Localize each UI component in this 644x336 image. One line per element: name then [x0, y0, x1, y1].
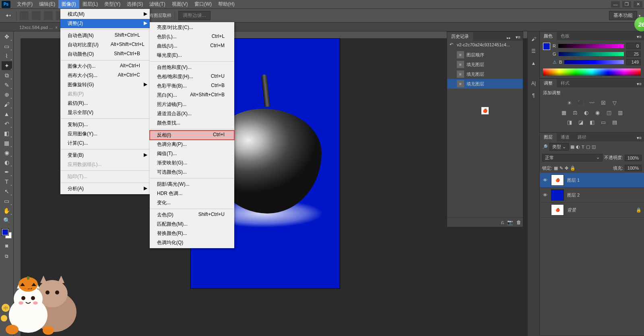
mi-calculations[interactable]: 计算(C)...	[60, 139, 150, 148]
layer-name[interactable]: 图层 1	[567, 177, 642, 183]
foreground-color[interactable]	[2, 229, 8, 235]
mi-trim[interactable]: 裁切(R)...	[60, 99, 150, 108]
mi-color-balance[interactable]: 色彩平衡(B)...Ctrl+B	[150, 81, 234, 91]
trash-icon[interactable]: 🗑	[516, 220, 521, 225]
selection-new-icon[interactable]	[20, 11, 29, 20]
menu-image[interactable]: 图像(I)	[58, 0, 79, 8]
workspace-switcher[interactable]: 基本功能	[609, 11, 637, 20]
move-tool[interactable]: ✥	[2, 32, 12, 41]
zoom-tool[interactable]: 🔍	[2, 216, 12, 225]
brush-tool[interactable]: 🖌	[2, 100, 12, 109]
history-state[interactable]: ≡填充图层	[447, 60, 523, 69]
mi-shadows-highlights[interactable]: 阴影/高光(W)...	[150, 180, 234, 189]
styles-tab[interactable]: 样式	[557, 79, 574, 87]
pen-tool[interactable]: ✒	[2, 168, 12, 176]
marquee-tool[interactable]: ▭	[2, 42, 12, 51]
panel-menu-icon[interactable]: ▾≡	[634, 135, 644, 141]
menu-layer[interactable]: 图层(L)	[79, 0, 101, 8]
healing-tool[interactable]: ⊕	[2, 90, 12, 99]
panel-collapse-icon[interactable]: ▸▸	[504, 35, 513, 41]
dodge-tool[interactable]: ◐	[2, 158, 12, 167]
filter-shape-icon[interactable]: ▢	[586, 144, 590, 149]
color-lookup-icon[interactable]: ▥	[616, 109, 624, 116]
history-brush-tool[interactable]: ↶	[2, 119, 12, 128]
blend-mode[interactable]: 正常⌄	[542, 154, 603, 162]
menu-filter[interactable]: 滤镜(T)	[146, 0, 168, 8]
history-state[interactable]: ≡填充图层	[447, 69, 523, 79]
mi-apply-image[interactable]: 应用图像(Y)...	[60, 129, 150, 139]
mi-replace-color[interactable]: 替换颜色(R)...	[150, 229, 234, 238]
mi-channel-mixer[interactable]: 通道混合器(X)...	[150, 109, 234, 118]
mi-adjustments[interactable]: 调整(J)▶	[60, 19, 150, 28]
panel-menu-icon[interactable]: ▾≡	[513, 34, 523, 41]
snapshot-icon[interactable]: 📷	[507, 220, 513, 225]
exposure-icon[interactable]: ☒	[599, 99, 607, 106]
mi-exposure[interactable]: 曝光度(E)...	[150, 51, 234, 60]
layer-row[interactable]: 👁 图层 2	[540, 188, 644, 203]
mi-equalize[interactable]: 色调均化(Q)	[150, 238, 234, 247]
current-tool-icon[interactable]: ✦▾	[3, 11, 13, 21]
selection-sub-icon[interactable]	[44, 11, 53, 20]
history-state[interactable]: ≡填充图层	[447, 79, 523, 89]
mi-desaturate[interactable]: 去色(D)Shift+Ctrl+U	[150, 210, 234, 220]
eyedropper-tool[interactable]: ✎	[2, 81, 12, 89]
mi-variations[interactable]: 变化...	[150, 198, 234, 207]
curves-icon[interactable]: 〰	[588, 99, 596, 106]
menu-help[interactable]: 帮助(H)	[215, 0, 238, 8]
new-doc-from-state-icon[interactable]: ⎌	[501, 220, 504, 225]
close-tab-icon[interactable]: ×	[55, 25, 58, 30]
lasso-tool[interactable]: ⌇	[2, 52, 12, 60]
color-tab[interactable]: 颜色	[540, 32, 557, 40]
character-icon[interactable]: A|	[529, 79, 538, 88]
levels-icon[interactable]: ⬛	[577, 99, 585, 106]
mi-match-color[interactable]: 匹配颜色(M)...	[150, 220, 234, 229]
lock-position-icon[interactable]: ✎	[559, 166, 563, 171]
photo-filter-icon[interactable]: ◉	[594, 109, 602, 116]
mi-threshold[interactable]: 阈值(T)...	[150, 149, 234, 158]
mi-gradient-map[interactable]: 渐变映射(G)...	[150, 158, 234, 168]
lock-all-icon[interactable]: 🔒	[570, 166, 576, 171]
visibility-icon[interactable]: 👁	[542, 193, 548, 197]
b-slider[interactable]	[564, 60, 624, 64]
brightness-contrast-icon[interactable]: ☀	[566, 99, 574, 106]
mi-variables[interactable]: 变量(B)▶	[60, 151, 150, 160]
mi-photo-filter[interactable]: 照片滤镜(F)...	[150, 100, 234, 109]
paragraph-icon[interactable]: ¶	[529, 91, 538, 100]
fill-value[interactable]: 100%	[625, 165, 642, 171]
mi-levels[interactable]: 色阶(L)...Ctrl+L	[150, 32, 234, 41]
filter-type-icon[interactable]: T	[582, 145, 584, 149]
posterize-icon[interactable]: ◪	[577, 118, 585, 126]
menu-file[interactable]: 文件(F)	[14, 0, 36, 8]
mi-color-lookup[interactable]: 颜色查找...	[150, 118, 234, 128]
hand-tool[interactable]: ✋	[2, 206, 12, 215]
color-spectrum[interactable]	[543, 68, 641, 76]
r-slider[interactable]	[558, 44, 624, 48]
filter-pixel-icon[interactable]: ▦	[570, 144, 574, 149]
doc-tab-0[interactable]: 12xcc.584.psd ...×	[15, 24, 62, 31]
shape-tool[interactable]: ▭	[2, 197, 12, 205]
history-tab[interactable]: 历史记录	[447, 32, 473, 41]
history-source[interactable]: ↶ 🍎 v2-c2c70a24c9312451c4...	[447, 41, 523, 48]
mi-posterize[interactable]: 色调分离(P)...	[150, 140, 234, 149]
color-fg-bg[interactable]	[543, 43, 550, 67]
clone-source-icon[interactable]: ▲	[529, 59, 538, 68]
visibility-icon[interactable]: 👁	[542, 178, 548, 183]
lock-pixels-icon[interactable]: ▦	[554, 166, 558, 171]
b-value[interactable]: 149	[626, 59, 641, 65]
history-state[interactable]: ≡图层顺序	[447, 50, 523, 60]
close-button[interactable]: ✕	[634, 1, 642, 8]
brushes-icon[interactable]: 🖌	[529, 35, 538, 44]
lock-move-icon[interactable]: ✥	[565, 166, 568, 171]
threshold-icon[interactable]: ◧	[588, 118, 596, 126]
mi-image-rotation[interactable]: 图像旋转(G)▶	[60, 80, 150, 89]
quick-mask-toggle[interactable]: ◙	[2, 242, 12, 250]
mi-image-size[interactable]: 图像大小(I)...Alt+Ctrl+I	[60, 62, 150, 71]
gradient-tool[interactable]: ▦	[2, 139, 12, 147]
history-brush-source-icon[interactable]: ↶	[450, 42, 454, 47]
gradient-map-icon[interactable]: ▭	[599, 118, 607, 126]
selective-color-icon[interactable]: ▤	[611, 118, 619, 126]
layer-name[interactable]: 图层 2	[567, 192, 642, 198]
filter-adj-icon[interactable]: ◐	[576, 144, 580, 149]
opacity-value[interactable]: 100%	[625, 155, 642, 161]
path-select-tool[interactable]: ↖	[2, 187, 12, 196]
